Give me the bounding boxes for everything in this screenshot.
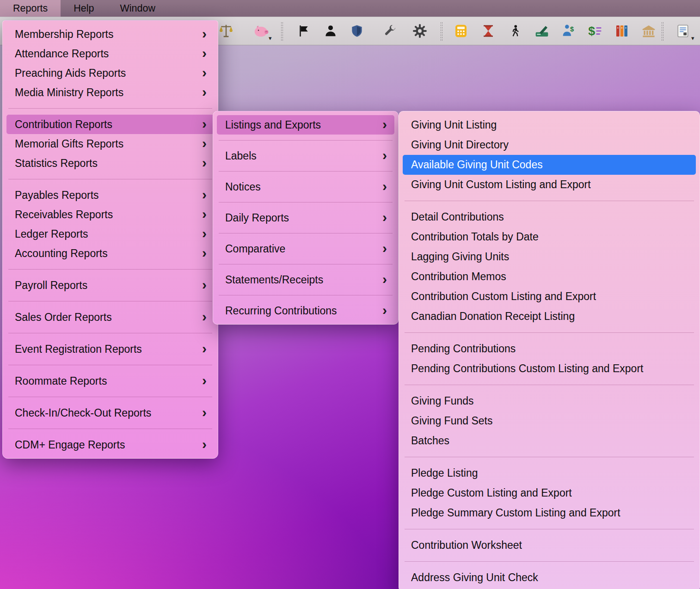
menu-item-cdm-engage-reports[interactable]: CDM+ Engage Reports›	[3, 435, 218, 454]
menu-item-payables-reports[interactable]: Payables Reports›	[3, 185, 218, 205]
menu-item-contribution-memos[interactable]: Contribution Memos	[399, 267, 700, 287]
menu-item-giving-fund-sets[interactable]: Giving Fund Sets	[399, 411, 700, 431]
menu-separator	[405, 457, 694, 457]
listings-and-exports-submenu: Giving Unit Listing Giving Unit Director…	[399, 111, 700, 589]
menu-item-giving-unit-custom-listing-and-export[interactable]: Giving Unit Custom Listing and Export	[399, 175, 700, 195]
menubar-item-help[interactable]: Help	[61, 0, 107, 17]
menu-item-giving-unit-directory[interactable]: Giving Unit Directory	[399, 135, 700, 155]
menu-item-contribution-custom-listing-and-export[interactable]: Contribution Custom Listing and Export	[399, 287, 700, 307]
menu-item-label: Pending Contributions	[411, 343, 688, 355]
calculator-icon[interactable]	[451, 21, 471, 41]
person-icon[interactable]	[320, 21, 341, 41]
menu-item-label: Contribution Worksheet	[411, 539, 688, 552]
menu-item-pledge-summary-custom-listing-and-export[interactable]: Pledge Summary Custom Listing and Export	[399, 503, 700, 523]
menu-bar: Reports Help Window	[0, 0, 700, 17]
menu-item-label: Contribution Reports	[15, 118, 202, 131]
dollar-statement-icon[interactable]: $	[585, 21, 605, 41]
menu-item-preaching-aids-reports[interactable]: Preaching Aids Reports›	[3, 63, 218, 83]
menu-item-contribution-worksheet[interactable]: Contribution Worksheet	[399, 535, 700, 555]
menu-separator	[219, 171, 393, 172]
menu-item-label: Check-In/Check-Out Reports	[15, 407, 202, 419]
menu-item-canadian-donation-receipt-listing[interactable]: Canadian Donation Receipt Listing	[399, 307, 700, 326]
menu-item-accounting-reports[interactable]: Accounting Reports›	[3, 244, 218, 263]
menu-item-media-ministry-reports[interactable]: Media Ministry Reports›	[3, 83, 218, 102]
menu-item-detail-contributions[interactable]: Detail Contributions	[399, 207, 700, 227]
menu-item-label: Statements/Receipts	[225, 274, 382, 286]
menu-item-attendance-reports[interactable]: Attendance Reports›	[3, 44, 218, 63]
menu-item-label: Notices	[225, 181, 382, 193]
menu-item-giving-unit-listing[interactable]: Giving Unit Listing	[399, 115, 700, 135]
menu-item-lagging-giving-units[interactable]: Lagging Giving Units	[399, 247, 700, 267]
menu-item-payroll-reports[interactable]: Payroll Reports›	[3, 276, 218, 295]
menu-item-available-giving-unit-codes[interactable]: Available Giving Unit Codes	[403, 155, 696, 175]
menu-item-receivables-reports[interactable]: Receivables Reports›	[3, 205, 218, 224]
menu-item-memorial-gifts-reports[interactable]: Memorial Gifts Reports›	[3, 134, 218, 153]
menu-separator	[219, 202, 393, 202]
menu-item-label: Pending Contributions Custom Listing and…	[411, 362, 688, 375]
toolbar-separator	[662, 22, 663, 41]
menu-item-label: Listings and Exports	[225, 119, 382, 131]
menu-item-contribution-reports[interactable]: Contribution Reports›	[6, 115, 214, 134]
report-document-icon[interactable]	[673, 21, 693, 41]
menu-item-label: Media Ministry Reports	[15, 86, 202, 99]
walking-person-icon[interactable]	[505, 21, 525, 41]
menu-item-notices[interactable]: Notices›	[213, 177, 398, 196]
menu-item-label: Giving Fund Sets	[411, 415, 688, 427]
menubar-label: Window	[120, 3, 155, 14]
bank-icon[interactable]	[639, 21, 659, 41]
menu-item-event-registration-reports[interactable]: Event Registration Reports›	[3, 339, 218, 359]
menu-item-label: Daily Reports	[225, 212, 382, 224]
menu-item-ledger-reports[interactable]: Ledger Reports›	[3, 224, 218, 244]
menu-item-label: Comparative	[225, 243, 382, 255]
menu-item-label: Giving Unit Directory	[411, 139, 688, 151]
menu-item-label: Sales Order Reports	[15, 311, 202, 324]
chevron-right-icon: ›	[202, 46, 207, 60]
menu-item-label: Contribution Custom Listing and Export	[411, 290, 688, 303]
menu-item-label: Event Registration Reports	[15, 343, 202, 356]
person-dollar-icon[interactable]: $	[558, 21, 578, 41]
gear-icon[interactable]	[410, 21, 430, 41]
menu-item-pending-contributions[interactable]: Pending Contributions	[399, 339, 700, 359]
menu-item-sales-order-reports[interactable]: Sales Order Reports›	[3, 307, 218, 327]
menu-item-label: Payables Reports	[15, 189, 202, 202]
chevron-right-icon: ›	[202, 207, 207, 221]
menu-item-pending-contributions-custom-listing-and-export[interactable]: Pending Contributions Custom Listing and…	[399, 359, 700, 379]
menu-item-membership-reports[interactable]: Membership Reports›	[3, 25, 218, 44]
menu-item-labels[interactable]: Labels›	[213, 146, 398, 166]
menu-item-label: Preaching Aids Reports	[15, 67, 202, 80]
chevron-right-icon: ›	[202, 136, 207, 150]
wrench-icon[interactable]	[380, 21, 400, 41]
menu-item-pledge-custom-listing-and-export[interactable]: Pledge Custom Listing and Export	[399, 483, 700, 503]
menu-item-comparative[interactable]: Comparative›	[213, 239, 398, 258]
binders-icon[interactable]	[612, 21, 632, 41]
menu-item-recurring-contributions[interactable]: Recurring Contributions›	[213, 301, 398, 320]
menu-item-contribution-totals-by-date[interactable]: Contribution Totals by Date	[399, 227, 700, 247]
menu-separator	[8, 179, 212, 179]
chevron-right-icon: ›	[382, 210, 387, 224]
menu-item-pledge-listing[interactable]: Pledge Listing	[399, 463, 700, 483]
menu-item-label: Batches	[411, 435, 688, 447]
menu-item-label: Contribution Memos	[411, 270, 688, 283]
shield-icon[interactable]	[347, 21, 367, 41]
menubar-item-reports[interactable]: Reports	[0, 0, 61, 17]
menu-item-roommate-reports[interactable]: Roommate Reports›	[3, 371, 218, 391]
menu-item-statistics-reports[interactable]: Statistics Reports›	[3, 153, 218, 173]
menubar-item-window[interactable]: Window	[107, 0, 168, 17]
menu-item-daily-reports[interactable]: Daily Reports›	[213, 208, 398, 227]
menu-item-address-giving-unit-check[interactable]: Address Giving Unit Check	[399, 568, 700, 588]
menu-item-batches[interactable]: Batches	[399, 431, 700, 451]
menu-item-label: Payroll Reports	[15, 279, 202, 292]
menu-item-statements-receipts[interactable]: Statements/Receipts›	[213, 270, 398, 289]
chevron-right-icon: ›	[202, 310, 207, 324]
door-flag-icon[interactable]	[294, 21, 314, 41]
menu-item-giving-funds[interactable]: Giving Funds	[399, 391, 700, 411]
hourglass-icon[interactable]	[478, 21, 498, 41]
menu-item-label: Giving Unit Listing	[411, 119, 688, 131]
menu-item-check-in-check-out-reports[interactable]: Check-In/Check-Out Reports›	[3, 403, 218, 423]
signature-pad-icon[interactable]	[532, 21, 552, 41]
menu-item-listings-and-exports[interactable]: Listings and Exports›	[217, 115, 394, 135]
menu-item-label: Attendance Reports	[15, 48, 202, 60]
menu-separator	[219, 295, 393, 295]
scales-icon[interactable]	[216, 21, 236, 41]
menu-item-label: Giving Unit Custom Listing and Export	[411, 178, 688, 191]
